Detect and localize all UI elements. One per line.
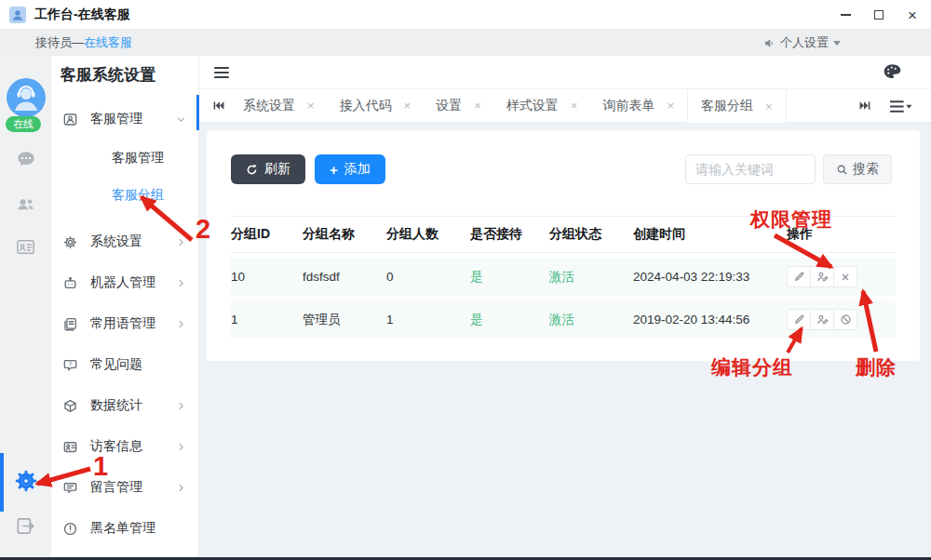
chevron-right-icon xyxy=(176,319,186,329)
column-header: 分组ID xyxy=(231,226,303,243)
table-row: 10fdsfsdf0是激活2024-04-03 22:19:33 xyxy=(231,258,896,296)
sidebar-item-message-management[interactable]: 留言管理 xyxy=(51,467,198,508)
window-title: 工作台-在线客服 xyxy=(34,7,130,23)
ban-action-button[interactable] xyxy=(833,309,857,330)
agent-avatar[interactable] xyxy=(7,78,46,117)
sidebar-item-system-settings[interactable]: 系统设置 xyxy=(51,221,198,262)
permission-action-button[interactable] xyxy=(810,266,834,287)
tab-pre-chat-form[interactable]: 询前表单× xyxy=(602,98,674,114)
sidebar-item-agent-management-sub[interactable]: 客服管理 xyxy=(51,140,198,177)
refresh-icon xyxy=(246,164,258,176)
annotation-edit-group-label: 编辑分组 xyxy=(711,354,793,380)
sidebar-item-label: 黑名单管理 xyxy=(90,520,155,537)
table-cell: 1 xyxy=(231,313,303,327)
annotation-permission-label: 权限管理 xyxy=(750,207,832,233)
blacklist-icon xyxy=(62,521,79,537)
close-button[interactable]: × xyxy=(896,0,929,30)
scroll-tabs-right-icon[interactable] xyxy=(859,100,871,112)
tab-label: 客服分组 xyxy=(701,98,753,114)
tab-close-icon[interactable]: × xyxy=(474,100,481,112)
tab-label: 询前表单 xyxy=(602,98,654,114)
breadcrumb-link[interactable]: 在线客服 xyxy=(84,35,132,49)
add-button[interactable]: + 添加 xyxy=(315,154,385,184)
tab-settings[interactable]: 设置× xyxy=(436,98,481,114)
tab-close-icon[interactable]: × xyxy=(307,100,315,112)
tab-close-icon[interactable]: × xyxy=(571,100,578,112)
annotation-step-1: 1 xyxy=(93,451,108,482)
agent-badge-icon xyxy=(62,112,79,127)
table-row: 1管理员1是激活2019-02-20 13:44:56 xyxy=(231,300,896,339)
table-body: 10fdsfsdf0是激活2024-04-03 22:19:331管理员1是激活… xyxy=(231,258,896,339)
table-cell: 2019-02-20 13:44:56 xyxy=(633,313,787,327)
tab-label: 样式设置 xyxy=(506,98,559,114)
tab-style-settings[interactable]: 样式设置× xyxy=(506,98,578,114)
minimize-icon xyxy=(841,14,851,16)
tab-close-icon[interactable]: × xyxy=(765,100,773,113)
logout-icon[interactable] xyxy=(0,515,51,537)
chevron-right-icon xyxy=(176,278,186,288)
table-cell: 管理员 xyxy=(303,312,386,328)
maximize-icon xyxy=(874,10,884,20)
collapse-menu-icon[interactable] xyxy=(212,63,231,82)
sidebar-item-robot-management[interactable]: 机器人管理 xyxy=(51,262,198,303)
sidebar-item-common-phrases[interactable]: 常用语管理 xyxy=(51,303,198,344)
sidebar-item-data-statistics[interactable]: 数据统计 xyxy=(51,385,198,426)
sidebar-item-visitor-info[interactable]: 访客信息 xyxy=(51,426,198,467)
permission-action-button[interactable] xyxy=(810,309,834,330)
maximize-button[interactable] xyxy=(862,0,896,30)
table-cell: fdsfsdf xyxy=(303,270,386,284)
search-input[interactable] xyxy=(685,154,816,184)
contacts-icon[interactable] xyxy=(0,193,51,215)
tab-agent-groups[interactable]: 客服分组× xyxy=(687,88,787,123)
sidebar-item-label: 系统设置 xyxy=(90,233,142,250)
sidebar-item-label: 数据统计 xyxy=(90,397,142,414)
tab-list-menu-icon[interactable] xyxy=(889,100,912,113)
column-header: 分组状态 xyxy=(549,226,633,243)
tab-system-settings[interactable]: 系统设置× xyxy=(243,98,315,114)
robot-icon xyxy=(62,275,79,291)
edit-action-button[interactable] xyxy=(787,266,811,287)
sidebar-item-label: 机器人管理 xyxy=(90,274,155,291)
delete-action-button[interactable] xyxy=(833,266,857,287)
search-button[interactable]: 搜索 xyxy=(823,154,892,184)
scroll-tabs-left-icon[interactable] xyxy=(212,100,224,112)
chevron-down-icon xyxy=(833,41,841,46)
left-rail: 在线 xyxy=(0,56,51,560)
tabs-container: 系统设置×接入代码×设置×样式设置×询前表单×客服分组× xyxy=(228,88,787,123)
sidebar-item-blacklist-management[interactable]: 黑名单管理 xyxy=(51,508,198,549)
tab-close-icon[interactable]: × xyxy=(667,100,674,112)
search-icon xyxy=(836,164,848,176)
settings-gear-icon[interactable] xyxy=(0,469,51,493)
sidebar-menu: 客服管理客服管理客服分组系统设置机器人管理常用语管理?常见问题数据统计访客信息留… xyxy=(51,99,198,549)
sidebar-item-agent-management[interactable]: 客服管理 xyxy=(51,99,198,140)
chat-icon[interactable] xyxy=(0,149,51,169)
tab-label: 接入代码 xyxy=(340,98,392,114)
visitor-icon xyxy=(62,439,79,455)
annotation-delete-label: 删除 xyxy=(856,354,897,380)
tab-close-icon[interactable]: × xyxy=(404,100,412,112)
sidebar-item-agent-groups[interactable]: 客服分组 xyxy=(51,177,198,214)
tab-access-code[interactable]: 接入代码× xyxy=(340,98,412,114)
app-window: 工作台-在线客服 × 接待员—在线客服 个人设置 在线 xyxy=(0,0,931,560)
table-cell: 0 xyxy=(386,270,470,284)
table-cell: 激活 xyxy=(549,269,633,286)
minimize-button[interactable] xyxy=(829,0,862,30)
refresh-button[interactable]: 刷新 xyxy=(231,154,305,184)
breadcrumb-bar: 接待员—在线客服 个人设置 xyxy=(0,30,931,56)
feedback-icon xyxy=(62,480,79,496)
settings-sidebar: 客服系统设置 客服管理客服管理客服分组系统设置机器人管理常用语管理?常见问题数据… xyxy=(51,56,199,557)
breadcrumb: 接待员—在线客服 xyxy=(35,34,132,51)
edit-action-button[interactable] xyxy=(787,309,811,330)
personal-settings-menu[interactable]: 个人设置 xyxy=(763,30,841,56)
main-header xyxy=(199,56,931,89)
chevron-right-icon xyxy=(176,442,186,452)
theme-palette-icon[interactable] xyxy=(882,61,903,83)
sidebar-item-label: 客服管理 xyxy=(90,111,142,127)
breadcrumb-prefix: 接待员— xyxy=(35,35,84,49)
sidebar-item-faq[interactable]: ?常见问题 xyxy=(51,344,198,385)
id-card-icon[interactable] xyxy=(0,236,51,258)
row-actions xyxy=(787,266,896,287)
titlebar: 工作台-在线客服 × xyxy=(0,0,931,30)
table-cell: 2024-04-03 22:19:33 xyxy=(633,270,787,284)
status-badge[interactable]: 在线 xyxy=(6,116,41,132)
